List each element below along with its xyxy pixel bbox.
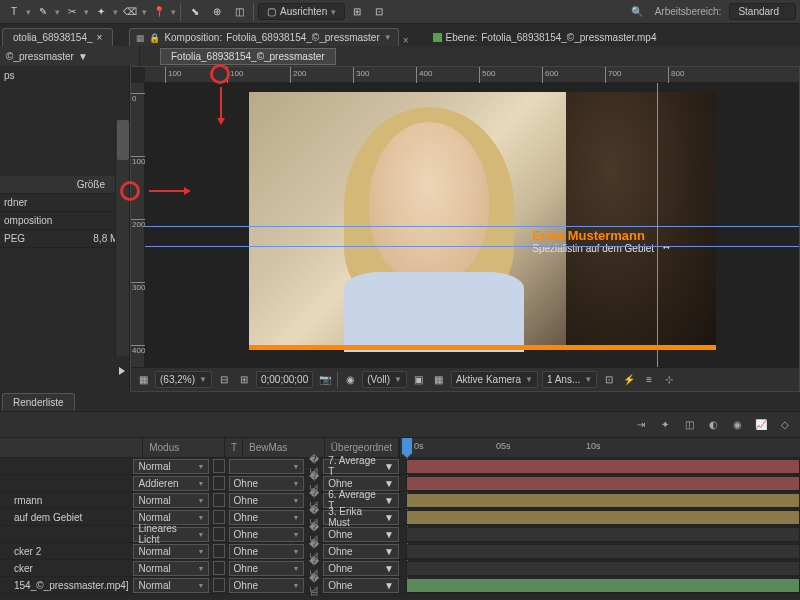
- timeline-layer-row[interactable]: 154_©_pressmaster.mp4] Normal▼ Ohne▼ �념 …: [0, 577, 399, 594]
- timeline-layer-row[interactable]: Normal▼ ▼ �념 7. Average T▼: [0, 458, 399, 475]
- motion-blur-icon[interactable]: ◐: [704, 416, 722, 434]
- fast-preview-icon[interactable]: ⚡: [621, 372, 637, 388]
- channels-icon[interactable]: ◉: [342, 372, 358, 388]
- world-axis-icon[interactable]: ⊕: [207, 2, 227, 22]
- guide-vertical[interactable]: [657, 83, 658, 367]
- brush-tool-icon[interactable]: ✂: [62, 2, 82, 22]
- always-preview-icon[interactable]: ▦: [135, 372, 151, 388]
- parent-dropdown[interactable]: Ohne▼: [323, 544, 399, 559]
- search-icon[interactable]: 🔍: [627, 2, 647, 22]
- preserve-transparency[interactable]: [213, 544, 224, 558]
- transparency-grid-icon[interactable]: ▦: [431, 372, 447, 388]
- local-axis-icon[interactable]: ⬊: [185, 2, 205, 22]
- track-matte-dropdown[interactable]: Ohne▼: [229, 561, 305, 576]
- preserve-transparency[interactable]: [213, 493, 224, 507]
- pixel-aspect-icon[interactable]: ⊡: [601, 372, 617, 388]
- parent-dropdown[interactable]: Ohne▼: [323, 527, 399, 542]
- frame-blend-icon[interactable]: ◫: [680, 416, 698, 434]
- blend-mode-dropdown[interactable]: Normal▼: [133, 561, 209, 576]
- timeline-panel: Modus T BewMas Übergeordnet Normal▼ ▼ �념…: [0, 438, 800, 598]
- guide-horizontal[interactable]: [145, 226, 799, 227]
- track-matte-dropdown[interactable]: Ohne▼: [229, 476, 305, 491]
- quality-dropdown[interactable]: (Voll)▼: [362, 371, 407, 388]
- lower-third[interactable]: Erika Mustermann Spezialistin auf dem Ge…: [532, 228, 654, 254]
- preserve-transparency[interactable]: [213, 527, 224, 541]
- guide-horizontal[interactable]: [145, 246, 799, 247]
- preserve-transparency[interactable]: [213, 561, 224, 575]
- parent-dropdown[interactable]: 3. Erika Must▼: [323, 510, 399, 525]
- layer-panel-tab[interactable]: Ebene: Fotolia_68938154_©_pressmaster.mp…: [425, 29, 665, 46]
- snap-toggle[interactable]: ▢Ausrichten▾: [258, 3, 345, 20]
- type-tool-icon[interactable]: T: [4, 2, 24, 22]
- ruler-horizontal[interactable]: 100 100 200 300 400 500 600 700 800: [145, 67, 799, 83]
- blend-mode-dropdown[interactable]: Normal▼: [133, 544, 209, 559]
- snapping-icon[interactable]: ⊞: [347, 2, 367, 22]
- track-matte-dropdown[interactable]: Ohne▼: [229, 544, 305, 559]
- clone-tool-icon[interactable]: ✦: [91, 2, 111, 22]
- snapshot-icon[interactable]: 📷: [317, 372, 333, 388]
- timeline-tracks[interactable]: 0s 05s 10s: [400, 438, 800, 598]
- project-scrollbar[interactable]: [115, 120, 129, 356]
- draft3d-icon[interactable]: ✦: [656, 416, 674, 434]
- resolution-half-icon[interactable]: ⊟: [216, 372, 232, 388]
- blend-mode-dropdown[interactable]: Lineares Licht▼: [133, 527, 209, 542]
- parent-dropdown[interactable]: 7. Average T▼: [323, 459, 399, 474]
- resize-cursor-icon: ↔: [661, 241, 672, 253]
- snap-corner-icon[interactable]: ⊡: [369, 2, 389, 22]
- parent-dropdown[interactable]: Ohne▼: [323, 578, 399, 593]
- current-time-indicator[interactable]: [402, 438, 412, 454]
- timeline-layer-row[interactable]: Lineares Licht▼ Ohne▼ �념 Ohne▼: [0, 526, 399, 543]
- eraser-tool-icon[interactable]: ⌫: [120, 2, 140, 22]
- comp-breadcrumb[interactable]: Fotolia_68938154_©_pressmaster: [160, 48, 336, 65]
- render-queue-row: Renderliste: [0, 392, 800, 412]
- resolution-quarter-icon[interactable]: ⊞: [236, 372, 252, 388]
- brain-icon[interactable]: ◉: [728, 416, 746, 434]
- zoom-dropdown[interactable]: (63,2%)▼: [155, 371, 212, 388]
- project-item-comp[interactable]: omposition: [0, 212, 129, 230]
- close-tab-icon[interactable]: ×: [399, 35, 413, 46]
- render-queue-tab[interactable]: Renderliste: [2, 393, 75, 411]
- camera-dropdown[interactable]: Aktive Kamera▼: [451, 371, 538, 388]
- preserve-transparency[interactable]: [213, 578, 224, 592]
- track-matte-dropdown[interactable]: ▼: [229, 459, 305, 474]
- project-panel-tab[interactable]: otolia_68938154_×: [2, 28, 113, 46]
- timeline-layer-row[interactable]: cker Normal▼ Ohne▼ �념 Ohne▼: [0, 560, 399, 577]
- pen-tool-icon[interactable]: ✎: [33, 2, 53, 22]
- comp-mini-flowchart-icon[interactable]: ⇥: [632, 416, 650, 434]
- blend-mode-dropdown[interactable]: Normal▼: [133, 578, 209, 593]
- parent-link-icon[interactable]: �념: [308, 573, 319, 598]
- roi-icon[interactable]: ▣: [411, 372, 427, 388]
- track-matte-dropdown[interactable]: Ohne▼: [229, 493, 305, 508]
- expand-icon[interactable]: [119, 367, 125, 375]
- preserve-transparency[interactable]: [213, 510, 224, 524]
- project-item-jpeg[interactable]: PEG8,8 MB: [0, 230, 129, 248]
- preserve-transparency[interactable]: [213, 459, 224, 473]
- panel-tabs-row: otolia_68938154_× ▦ 🔒 Komposition: Fotol…: [0, 24, 800, 46]
- pin-tool-icon[interactable]: 📍: [149, 2, 169, 22]
- graph-editor-icon[interactable]: 📈: [752, 416, 770, 434]
- comp-panel-tab[interactable]: ▦ 🔒 Komposition: Fotolia_68938154_©_pres…: [129, 28, 398, 46]
- comp-canvas[interactable]: Erika Mustermann Spezialistin auf dem Ge…: [145, 83, 799, 367]
- preserve-transparency[interactable]: [213, 476, 224, 490]
- ruler-vertical[interactable]: 0 100 200 300 400: [131, 83, 145, 367]
- project-item-folder[interactable]: rdner: [0, 194, 129, 212]
- workspace-dropdown[interactable]: Standard: [729, 3, 796, 20]
- annotation-circle: [210, 64, 230, 84]
- timeline-layer-row[interactable]: cker 2 Normal▼ Ohne▼ �념 Ohne▼: [0, 543, 399, 560]
- project-subtab[interactable]: ©_pressmaster▼: [0, 46, 140, 66]
- blend-mode-dropdown[interactable]: Normal▼: [133, 459, 209, 474]
- blend-mode-dropdown[interactable]: Addieren▼: [133, 476, 209, 491]
- blend-mode-dropdown[interactable]: Normal▼: [133, 493, 209, 508]
- track-matte-dropdown[interactable]: Ohne▼: [229, 578, 305, 593]
- comp-flowchart-icon[interactable]: ⊹: [661, 372, 677, 388]
- timeline-layer-row[interactable]: auf dem Gebiet Normal▼ Ohne▼ �념 3. Erika…: [0, 509, 399, 526]
- track-matte-dropdown[interactable]: Ohne▼: [229, 510, 305, 525]
- view-axis-icon[interactable]: ◫: [229, 2, 249, 22]
- parent-dropdown[interactable]: Ohne▼: [323, 561, 399, 576]
- track-matte-dropdown[interactable]: Ohne▼: [229, 527, 305, 542]
- time-ruler[interactable]: 0s 05s 10s: [400, 438, 800, 458]
- auto-keyframe-icon[interactable]: ◇: [776, 416, 794, 434]
- timeline-icon[interactable]: ≡: [641, 372, 657, 388]
- current-time[interactable]: 0;00;00;00: [256, 371, 313, 388]
- views-dropdown[interactable]: 1 Ans...▼: [542, 371, 597, 388]
